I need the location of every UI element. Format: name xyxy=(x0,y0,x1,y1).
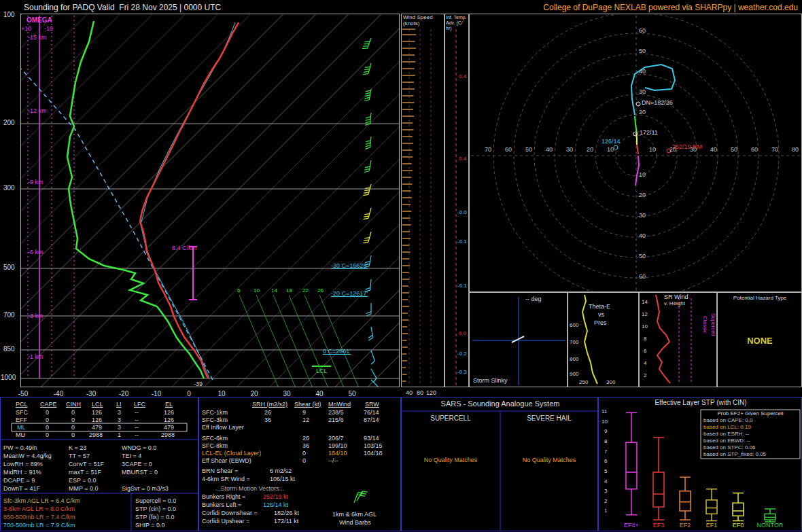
label: 0 xyxy=(71,432,75,438)
label: based on ESRH: -- xyxy=(703,431,749,437)
temp-adv-panel-title: Inf. Temp. xyxy=(446,15,467,20)
label: 10 xyxy=(649,147,656,153)
wind-speed-panel[interactable]: Wind Speed(knots)4080120 xyxy=(401,14,444,387)
label: 103/15 xyxy=(364,443,383,449)
label: 4-6km SR Wind = xyxy=(202,476,250,482)
stp-title: Effective Layer STP (with CIN) xyxy=(655,400,746,406)
label: DCAPE = 9 xyxy=(3,478,35,484)
stp-boxplot-panel[interactable]: Effective Layer STP (with CIN)1110987654… xyxy=(598,397,802,531)
label: 300 xyxy=(3,185,15,192)
label: 2988 xyxy=(161,432,175,438)
label: 40 xyxy=(546,147,553,153)
label: based on STPC: 0.06 xyxy=(703,445,756,450)
label: LI xyxy=(116,402,122,408)
label: 40 xyxy=(639,69,646,75)
label: SRH (m2/s2) xyxy=(252,402,287,408)
label: --/-- xyxy=(328,458,338,464)
label: ...Storm Motion Vectors... xyxy=(215,486,284,492)
label: 2 xyxy=(644,373,646,378)
label: -1 km xyxy=(28,354,43,360)
sars-supercell-result: No Quality Matches xyxy=(424,457,478,463)
label: vs xyxy=(598,312,604,318)
thermo-indices-panel: PCLCAPECINHLCLLILFCELSFC001263--126EFF00… xyxy=(0,397,198,531)
sars-hail-result: No Quality Matches xyxy=(523,457,576,463)
label: based on EBWD: -- xyxy=(703,438,750,444)
sr-wind-panel[interactable]: SR Windv. Height1412108642ClassicSuperce… xyxy=(639,292,717,387)
label: 20 xyxy=(587,147,593,153)
label: 0 xyxy=(46,425,49,431)
sars-supercell-header: SUPERCELL xyxy=(430,415,470,422)
label: 0 xyxy=(46,417,49,423)
label: -10 xyxy=(44,26,53,32)
label: 600 xyxy=(570,323,578,328)
stp-legend-title: Prob EF2+ Given Supercell xyxy=(717,411,783,416)
slinky-degrees: -- deg xyxy=(525,296,542,302)
label: 3 xyxy=(604,489,607,494)
label: 76/14 xyxy=(364,410,379,416)
label: +10 xyxy=(21,26,31,32)
label: 238/5 xyxy=(328,410,344,416)
label: -0.0 xyxy=(457,210,467,215)
thetae-title: Theta-E xyxy=(589,304,610,310)
label: 12 xyxy=(302,417,309,423)
label: 40 xyxy=(710,147,717,153)
minus30c-height: -30 C=16628' xyxy=(331,263,368,269)
hodograph-panel[interactable]: 6050403020102030405060706050403020101020… xyxy=(469,14,802,292)
label: TEI = 4 xyxy=(122,453,141,459)
label: SHIP = 0.0 xyxy=(135,522,165,529)
label: SFC-8km xyxy=(202,443,228,449)
storm-slinky-panel[interactable]: Storm Slinky-- deg xyxy=(469,292,568,387)
minus20c-height: -20 C=12617' xyxy=(331,291,368,297)
lcl-marker-label: LCL xyxy=(316,368,328,374)
label: CAPE xyxy=(40,402,57,408)
label: DownT = 41F xyxy=(3,486,40,492)
thetae-panel[interactable]: Theta-EvsPres600700800900250300 xyxy=(568,292,639,387)
hazard-type-panel[interactable]: Potential Hazard TypeNONE xyxy=(717,292,802,387)
label: -15 km xyxy=(28,35,47,41)
label: SFC xyxy=(16,410,28,416)
label: 4 xyxy=(604,479,607,484)
label: 10 xyxy=(642,324,648,330)
label: PW = 0.49in xyxy=(3,445,37,451)
hazard-title: Potential Hazard Type xyxy=(733,296,787,301)
label: 22 xyxy=(302,288,309,294)
label: 20 xyxy=(639,109,646,116)
label: EF0 xyxy=(733,522,744,529)
label: CINH xyxy=(66,402,81,408)
label: 0 xyxy=(46,410,49,416)
label: 36 xyxy=(302,443,309,449)
label: Pres xyxy=(594,320,607,326)
label: -0.2 xyxy=(457,351,467,357)
label: EF4+ xyxy=(624,522,639,529)
label: 104/18 xyxy=(364,450,383,457)
label: 10 xyxy=(607,147,614,153)
label: 700 xyxy=(570,340,578,345)
skewt-panel[interactable]: 1002003005007008501000-50-40-30-20-10010… xyxy=(20,14,400,387)
temp-advection-panel[interactable]: Inf. Temp.Adv. (C/hr)0.40.4-0.0-0.1-0.10… xyxy=(444,14,469,387)
label: 126 xyxy=(164,410,174,416)
label: 70 xyxy=(485,147,491,153)
storm-slinky-plot xyxy=(470,293,567,387)
label: -- xyxy=(135,417,139,423)
label: 126 xyxy=(164,417,174,423)
label: SRW xyxy=(365,402,379,408)
sars-panel[interactable]: SARS - Sounding Analogue SystemSUPERCELL… xyxy=(401,397,598,531)
label: Supercell = 0.0 xyxy=(135,498,176,504)
label: 60 xyxy=(639,28,646,34)
hodograph-traces xyxy=(470,14,801,291)
label: 80 xyxy=(417,390,423,396)
label: maxT = 51F xyxy=(69,469,101,476)
stp-boxplot xyxy=(599,397,801,531)
label: -- xyxy=(135,425,139,431)
label: Supercell xyxy=(710,313,716,336)
label: LCL-EL (Cloud Layer) xyxy=(202,450,261,457)
skewt-wind-barbs xyxy=(21,14,399,387)
label: SFC-1km xyxy=(202,410,228,416)
label: 184/10 xyxy=(328,450,347,457)
label: 93/14 xyxy=(364,436,379,442)
label: 0 xyxy=(71,425,75,431)
label: 800 xyxy=(570,357,578,362)
label: 6 xyxy=(237,288,240,294)
label: PCL xyxy=(16,402,28,408)
label: 3CAPE = 0 xyxy=(122,461,152,467)
